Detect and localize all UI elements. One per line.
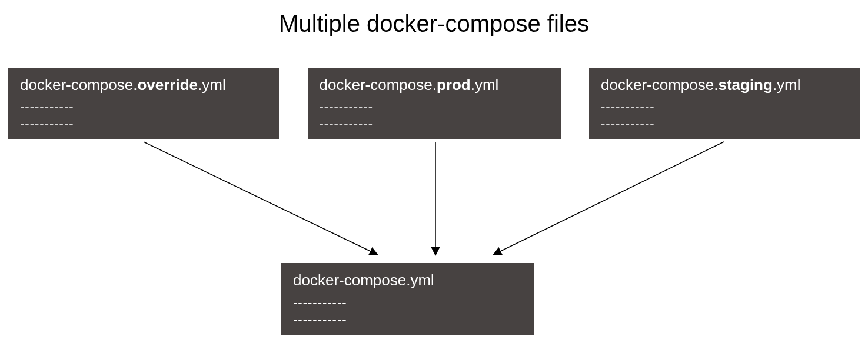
file-content-placeholder: ----------- bbox=[601, 99, 848, 116]
file-content-placeholder: ----------- bbox=[601, 116, 848, 133]
top-file-row: docker-compose.override.yml ----------- … bbox=[0, 68, 868, 139]
arrow-override-to-base bbox=[144, 142, 377, 254]
file-suffix: .yml bbox=[198, 76, 226, 94]
file-name-staging: docker-compose.staging.yml bbox=[601, 76, 848, 94]
file-prefix: docker-compose. bbox=[601, 76, 718, 94]
file-bold: prod bbox=[437, 76, 471, 94]
file-prefix: docker-compose. bbox=[320, 76, 437, 94]
file-content-placeholder: ----------- bbox=[320, 116, 549, 133]
arrow-staging-to-base bbox=[494, 142, 724, 254]
file-bold: override bbox=[137, 76, 198, 94]
file-prefix: docker-compose. bbox=[20, 76, 137, 94]
file-box-override: docker-compose.override.yml ----------- … bbox=[8, 68, 279, 139]
file-content-placeholder: ----------- bbox=[20, 116, 267, 133]
file-name-base: docker-compose.yml bbox=[293, 271, 523, 290]
file-box-staging: docker-compose.staging.yml ----------- -… bbox=[589, 68, 860, 139]
file-name-prod: docker-compose.prod.yml bbox=[320, 76, 549, 94]
diagram-title: Multiple docker-compose files bbox=[0, 0, 868, 43]
file-content-placeholder: ----------- bbox=[320, 99, 549, 116]
file-suffix: .yml bbox=[773, 76, 801, 94]
file-content-placeholder: ----------- bbox=[293, 311, 523, 328]
file-box-base: docker-compose.yml ----------- ---------… bbox=[281, 263, 534, 335]
file-bold: staging bbox=[718, 76, 772, 94]
file-suffix: .yml bbox=[471, 76, 499, 94]
file-content-placeholder: ----------- bbox=[20, 99, 267, 116]
file-content-placeholder: ----------- bbox=[293, 294, 523, 311]
file-box-prod: docker-compose.prod.yml ----------- ----… bbox=[308, 68, 561, 139]
file-name-override: docker-compose.override.yml bbox=[20, 76, 267, 94]
